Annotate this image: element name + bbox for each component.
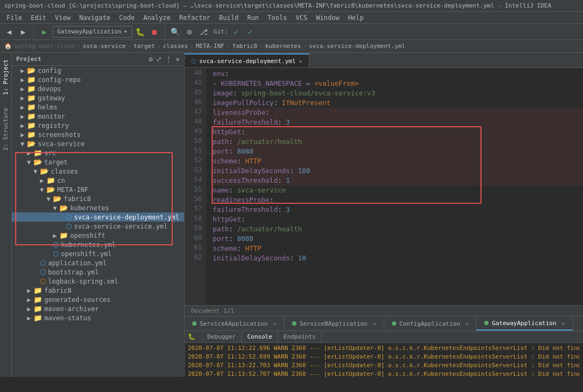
tree-item-openshift[interactable]: ▶📁openshift: [12, 231, 184, 240]
menu-edit[interactable]: Edit: [26, 14, 51, 22]
search-button[interactable]: 🔍: [170, 26, 181, 38]
close-icon[interactable]: ✕: [175, 55, 180, 63]
title-text: spring-boot-cloud [G:\projects\spring-bo…: [4, 2, 551, 9]
back-button[interactable]: ◀: [3, 26, 15, 38]
tree-item-classes[interactable]: ▼📂classes: [12, 167, 184, 176]
breadcrumb-fabric8[interactable]: fabric8: [232, 43, 257, 50]
menu-build[interactable]: Build: [215, 14, 243, 22]
settings2-icon[interactable]: ⋮: [165, 55, 172, 63]
menu-run[interactable]: Run: [243, 14, 263, 22]
tree-label-bootstrap.yml: bootstrap.yml: [48, 269, 99, 276]
line-num-62: 62: [185, 252, 202, 262]
breadcrumb-svca[interactable]: svca-service: [83, 43, 125, 50]
git-label: Git:: [214, 28, 228, 35]
line-num-53: 53: [185, 165, 202, 175]
breadcrumb-target[interactable]: target: [133, 43, 155, 50]
run-button[interactable]: ▶: [38, 26, 50, 38]
menu-vcs[interactable]: VCS: [292, 14, 312, 22]
debug-button[interactable]: 🐛: [134, 26, 146, 38]
tab-close-icon[interactable]: ✕: [299, 58, 302, 64]
debug-tab-serviceb[interactable]: ServiceBApplication ✕: [284, 317, 384, 331]
line-num-58: 58: [185, 214, 202, 223]
line-num-49: 49: [185, 126, 202, 136]
tree-item-logback-spring.xml[interactable]: ⬡logback-spring.xml: [12, 277, 184, 286]
yaml-icon-svca-service-deployment.yml: ⬡: [66, 213, 72, 221]
tree-item-maven-archiver[interactable]: ▶📁maven-archiver: [12, 304, 184, 313]
debug-tab-servicea[interactable]: ServiceAApplication ✕: [185, 317, 284, 331]
tree-label-logback-spring.xml: logback-spring.xml: [48, 278, 118, 285]
run-config-dropdown[interactable]: GatewayApplication ▾: [52, 26, 132, 38]
breadcrumb-kubernetes[interactable]: kubernetes: [265, 43, 301, 50]
checkmark-icon[interactable]: ✓: [230, 26, 242, 38]
menu-tools[interactable]: Tools: [263, 14, 292, 22]
close-config-icon[interactable]: ✕: [465, 321, 469, 327]
tree-item-src[interactable]: ▶📁src: [12, 148, 184, 157]
tree-item-cn[interactable]: ▶📁cn: [12, 176, 184, 185]
breadcrumb-cloud[interactable]: 🏠: [4, 43, 12, 50]
vertical-tab-structure[interactable]: 2: Structure: [1, 101, 11, 157]
tree-label-generated-sources: generated-sources: [44, 296, 111, 304]
tree-item-META-INF[interactable]: ▼📂META-INF: [12, 185, 184, 194]
tree-item-bootstrap.yml[interactable]: ⬡bootstrap.yml: [12, 267, 184, 277]
console-tab-endpoints[interactable]: Endpoints: [278, 331, 322, 343]
tree-item-svca-service-deployment.yml[interactable]: ⬡svca-service-deployment.yml: [12, 212, 184, 222]
tree-item-generated-sources[interactable]: ▶📁generated-sources: [12, 295, 184, 304]
debug-tab-serviceb-label: ServiceBApplication: [300, 320, 368, 327]
config-status-dot: [392, 321, 396, 326]
menu-help[interactable]: Help: [344, 14, 368, 22]
tree-item-config-repo[interactable]: ▶📁config-repo: [12, 75, 184, 84]
menu-view[interactable]: View: [51, 14, 75, 22]
debug-tab-gateway[interactable]: GatewayApplication ✕: [477, 317, 573, 331]
tree-label-screenshots: screenshots: [38, 131, 80, 139]
breadcrumb-classes[interactable]: classes: [163, 43, 188, 50]
editor-tab-deployment[interactable]: ⬡ svca-service-deployment.yml ✕: [185, 53, 309, 67]
git-icon[interactable]: ⎇: [198, 26, 209, 38]
tree-item-kubernetes[interactable]: ▼📂kubernetes: [12, 203, 184, 212]
stop-button[interactable]: ■: [148, 26, 160, 38]
forward-button[interactable]: ▶: [17, 26, 29, 38]
tree-item-config[interactable]: ▶📂config: [12, 66, 184, 75]
tree-item-fabric8[interactable]: ▶📁fabric8: [12, 286, 184, 295]
tree-item-fabric8[interactable]: ▼📂fabric8: [12, 194, 184, 203]
line-numbers: 4041454647484950515253545556575859606162: [185, 68, 206, 305]
tree-item-svca-service-service.yml[interactable]: ⬡svca-service-service.yml: [12, 222, 184, 231]
tree-item-application.yml[interactable]: ⬡application.yml: [12, 258, 184, 267]
console-tab-console[interactable]: Console: [242, 331, 278, 343]
breadcrumb-meta-inf[interactable]: META-INF: [196, 43, 225, 50]
expand-icon[interactable]: ⤢: [156, 55, 162, 63]
menu-navigate[interactable]: Navigate: [75, 14, 115, 22]
tree-item-screenshots[interactable]: ▶📁screenshots: [12, 130, 184, 139]
close-serviceb-icon[interactable]: ✕: [373, 321, 376, 327]
tree-item-svca-service[interactable]: ▼📂svca-service: [12, 139, 184, 148]
tree-item-devops[interactable]: ▶📁devops: [12, 84, 184, 93]
tree-label-openshift: openshift: [70, 232, 105, 239]
menu-analyze[interactable]: Analyze: [139, 14, 175, 22]
menu-code[interactable]: Code: [115, 14, 139, 22]
code-editor[interactable]: 4041454647484950515253545556575859606162…: [185, 68, 583, 305]
console-tab-debugger[interactable]: Debugger: [202, 331, 242, 343]
menu-window[interactable]: Window: [311, 14, 343, 22]
settings-button[interactable]: ⚙: [184, 26, 195, 38]
tree-item-openshift.yml[interactable]: ⬡openshift.yml: [12, 249, 184, 258]
close-servicea-icon[interactable]: ✕: [273, 321, 276, 327]
gear-icon[interactable]: ⚙: [148, 55, 153, 63]
debug-tab-config[interactable]: ConfigApplication ✕: [384, 317, 477, 331]
close-gateway-icon[interactable]: ✕: [562, 320, 565, 326]
tree-item-helms[interactable]: ▶📁helms: [12, 102, 184, 112]
tree-item-target[interactable]: ▼📂target: [12, 157, 184, 167]
code-body[interactable]: env: - KUBERNETES_NAMESPACE = <valueFrom…: [206, 68, 583, 305]
folder-icon-src: 📁: [33, 149, 42, 157]
menu-file[interactable]: File: [2, 14, 26, 22]
tree-item-gateway[interactable]: ▶📁gateway: [12, 93, 184, 102]
tree-label-svca-service-service.yml: svca-service-service.yml: [74, 223, 167, 230]
breadcrumb-file[interactable]: svca-service-deployment.yml: [309, 43, 405, 50]
outer-main: 1: Project 2: Structure Project ⚙ ⤢ ⋮ ✕ …: [0, 53, 583, 377]
tree-item-kubernetes.yml[interactable]: ⬡kubernetes.yml: [12, 240, 184, 249]
tree-item-registry[interactable]: ▶📁registry: [12, 121, 184, 130]
folder-icon-helms: 📁: [27, 103, 36, 111]
vertical-tab-project[interactable]: 1: Project: [1, 53, 11, 101]
checkmark2-icon[interactable]: ✓: [244, 26, 256, 38]
tree-item-monitor[interactable]: ▶📁monitor: [12, 112, 184, 121]
menu-refactor[interactable]: Refactor: [175, 14, 215, 22]
tree-item-maven-status[interactable]: ▶📁maven-status: [12, 313, 184, 322]
